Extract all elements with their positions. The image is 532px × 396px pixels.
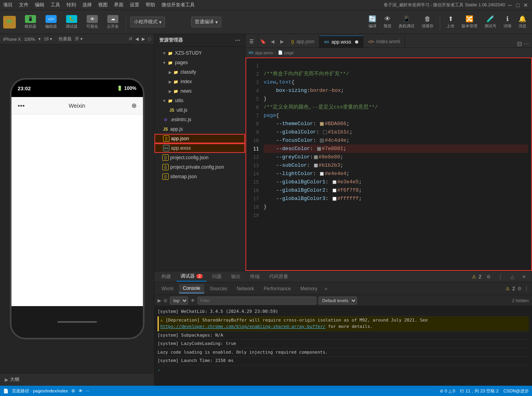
menu-item-goto[interactable]: 转到 <box>66 2 76 8</box>
message-button[interactable]: 🔔 消息 <box>516 13 529 30</box>
preview-button[interactable]: 👁 预览 <box>381 14 394 30</box>
console-clear-icon[interactable]: ⊘ <box>163 298 167 303</box>
maximize-button[interactable]: □ <box>515 2 521 8</box>
mode-label: 小程序模式 <box>134 19 158 25</box>
test-button[interactable]: 🧪 测试号 <box>482 13 499 30</box>
bottom-more-icon[interactable]: ⋮ <box>496 272 505 282</box>
devtools-more-icon[interactable]: » <box>325 286 327 291</box>
devtools-tab-memory[interactable]: Memory <box>296 284 321 293</box>
phone-home-icon[interactable]: □ <box>148 36 151 42</box>
status-settings-icon[interactable]: ⚙ <box>71 388 75 394</box>
menu-item-file[interactable]: 文件 <box>19 2 28 8</box>
detail-button[interactable]: ℹ 详情 <box>501 13 514 30</box>
preview-label: 预览 <box>384 23 391 29</box>
menu-item-tools[interactable]: 工具 <box>51 2 60 8</box>
real-debug-button[interactable]: 📱 真机调试 <box>396 13 417 30</box>
bottom-tab-quality[interactable]: 代码质量 <box>265 272 292 282</box>
file-item-sitemap[interactable]: {} sitemap.json <box>154 172 245 181</box>
hot-reload-dropdown-icon[interactable]: 开 ▾ <box>75 36 83 42</box>
editor-forward-icon[interactable]: ▶ <box>277 36 287 48</box>
menu-item-view[interactable]: 视图 <box>98 2 108 8</box>
file-item-appjs[interactable]: JS app.js <box>154 124 245 134</box>
version-button[interactable]: 🔀 版本管理 <box>459 13 480 30</box>
cloud-button[interactable]: ☁ 云开发 <box>104 13 122 31</box>
phone-refresh-icon[interactable]: ↺ <box>129 36 132 42</box>
file-item-projectconfig[interactable]: {} project.config.json <box>154 153 245 162</box>
line-num-8: 8 <box>246 120 259 128</box>
upload-button[interactable]: ⬆ 上传 <box>444 13 457 30</box>
file-item-appwxss[interactable]: wx app.wxss <box>154 143 245 153</box>
file-item-root[interactable]: ▼ 📁 XZS-STUDY <box>154 48 245 58</box>
simulator-button[interactable]: 📱 模拟器 <box>21 13 40 31</box>
bottom-expand-icon[interactable]: △ <box>507 272 517 282</box>
devtools-settings-icon[interactable]: ⚙ <box>517 286 522 291</box>
clear-save-button[interactable]: 🗑 清缓存 <box>419 14 436 30</box>
devtools-warning-icon: ⚠ <box>505 286 510 291</box>
file-item-pages[interactable]: ▼ 📁 pages <box>154 58 245 67</box>
file-item-eslint[interactable]: ⚙ .eslintrc.js <box>154 115 245 124</box>
utiljs-label: util.js <box>177 107 187 113</box>
menu-item-select[interactable]: 选择 <box>82 2 92 8</box>
outline-expand-icon[interactable]: ▶ <box>5 377 8 383</box>
split-editor-icon[interactable]: ⊟ <box>517 40 522 48</box>
devtools-tab-performance[interactable]: Performance <box>260 284 295 293</box>
debugger-button[interactable]: 🐛 调试器 <box>63 13 81 31</box>
devtools-tab-sources[interactable]: Sources <box>206 284 231 293</box>
devtools-tab-network[interactable]: Network <box>233 284 258 293</box>
console-prompt[interactable]: › <box>158 366 529 375</box>
devtools-tab-wxml[interactable]: Wxml <box>158 284 177 293</box>
visual-button[interactable]: 👁 可视化 <box>83 13 101 31</box>
menu-item-edit[interactable]: 编辑 <box>35 2 44 8</box>
real-debug-label: 真机调试 <box>399 23 414 29</box>
console-filter-input[interactable] <box>198 297 316 305</box>
console-top-select[interactable]: top <box>170 297 188 305</box>
file-explorer-more-icon[interactable]: ··· <box>235 37 240 44</box>
tab-appjson[interactable]: {} app.json <box>287 36 319 48</box>
bottom-close-icon[interactable]: ✕ <box>519 272 529 282</box>
close-button[interactable]: ✕ <box>522 2 529 8</box>
compile-button[interactable]: 🔄 编译 <box>366 13 379 30</box>
devtools-tab-console[interactable]: Console <box>179 284 204 293</box>
file-item-index[interactable]: ▶ 📁 index <box>154 77 245 86</box>
editor-button[interactable]: </> 编辑器 <box>42 13 60 31</box>
menu-item-project[interactable]: 项目 <box>3 2 13 8</box>
code-area[interactable]: /**将盒子向内扩充而不向外扩充**/ view,text{ box-sizin… <box>262 58 531 270</box>
bottom-settings-icon[interactable]: ⚙ <box>484 272 493 282</box>
minimize-button[interactable]: ─ <box>507 2 513 8</box>
file-item-classify[interactable]: ▶ 📁 classify <box>154 67 245 77</box>
devtools-more2-icon[interactable]: ⋮ <box>524 286 529 291</box>
file-item-projectprivate[interactable]: {} project.private.config.json <box>154 162 245 172</box>
console-eye-icon[interactable]: 👁 <box>190 298 195 303</box>
tab-appwxss[interactable]: wx app.wxss <box>319 36 363 48</box>
menu-item-settings[interactable]: 设置 <box>130 2 139 8</box>
mode-dropdown[interactable]: 小程序模式 ▾ <box>130 17 165 27</box>
code-line-11: --descColor: #7e8081; <box>264 145 528 153</box>
phone-zoom-dropdown-icon[interactable]: ▾ <box>38 36 41 42</box>
editor-menu-icon[interactable]: ☰ <box>245 36 258 48</box>
status-more-icon[interactable]: ··· <box>86 388 89 393</box>
bottom-tab-build[interactable]: 构建 <box>158 272 175 282</box>
file-item-appjson[interactable]: {} app.json <box>154 134 245 143</box>
bottom-tab-issues[interactable]: 问题 <box>208 272 226 282</box>
compile-dropdown[interactable]: 普通编译 ▾ <box>191 17 221 27</box>
editor-bookmark-icon[interactable]: 🔖 <box>258 36 268 48</box>
phone-back-icon[interactable]: ◀ <box>135 36 139 42</box>
console-run-icon[interactable]: ▶ <box>158 298 161 303</box>
bottom-tab-debugger[interactable]: 调试器 2 <box>177 272 207 282</box>
menu-item-weixin[interactable]: 微信开发者工具 <box>162 2 195 8</box>
tab-indexwxml[interactable]: </> index.wxml <box>363 36 405 48</box>
more-tabs-icon[interactable]: ··· <box>524 40 529 48</box>
phone-forward-icon[interactable]: ▶ <box>142 36 145 42</box>
file-item-utiljs[interactable]: JS util.js <box>154 105 245 115</box>
menu-item-help[interactable]: 帮助 <box>146 2 155 8</box>
file-item-utils[interactable]: ▼ 📁 utils <box>154 96 245 105</box>
status-preview-icon[interactable]: 👁 <box>78 388 83 393</box>
console-link-1[interactable]: https://developer.chrome.com/blog/enabli… <box>160 324 325 329</box>
bottom-tab-output[interactable]: 输出 <box>227 272 245 282</box>
bottom-tab-terminal[interactable]: 终端 <box>246 272 264 282</box>
console-level-select[interactable]: Default levels <box>319 297 357 305</box>
file-item-news[interactable]: ▶ 📁 news <box>154 86 245 96</box>
menu-item-interface[interactable]: 界面 <box>114 2 124 8</box>
breadcrumb-path: page <box>284 50 294 55</box>
editor-back-icon[interactable]: ◀ <box>268 36 277 48</box>
